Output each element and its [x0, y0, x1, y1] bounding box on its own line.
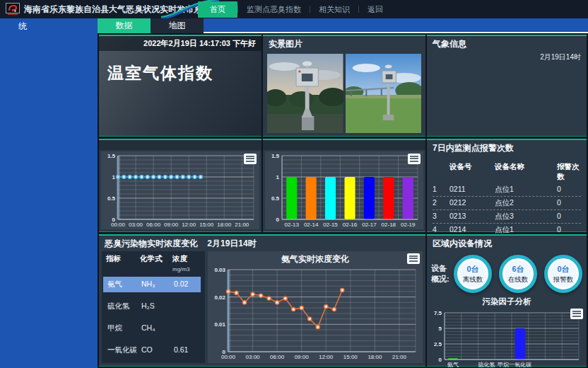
svg-text:02-17: 02-17 — [362, 222, 377, 228]
panel-title: 恶臭污染物实时浓度变化 — [105, 238, 198, 248]
left-sidebar — [0, 33, 98, 368]
chart-header — [99, 140, 261, 150]
svg-text:1: 1 — [112, 174, 116, 180]
svg-text:15:00: 15:00 — [343, 354, 358, 360]
svg-text:21:00: 21:00 — [392, 354, 407, 360]
nh3-chart-title: 氨气实时浓度变化 — [208, 251, 423, 265]
panel-weather-info: 气象信息 2月19日14时 — [427, 35, 587, 137]
dashboard: 海南省乐东黎族自治县大气恶臭状况实时发布系 首页 监测点恶臭指数 相关知识 返回… — [0, 0, 588, 368]
svg-text:02-19: 02-19 — [401, 222, 416, 228]
top-bar: 海南省乐东黎族自治县大气恶臭状况实时发布系 首页 监测点恶臭指数 相关知识 返回 — [0, 0, 588, 18]
svg-text:02-13: 02-13 — [284, 222, 299, 228]
svg-text:0.5: 0.5 — [107, 195, 116, 202]
panel-device-status: 区域内设备情况 设备概况: 0台 离线数 6台 在线数 0台 报警数 — [427, 234, 587, 367]
svg-text:1: 1 — [276, 174, 280, 180]
panel-site-photos: 实景图片 — [263, 35, 425, 137]
concentration-unit: mg/m3 — [172, 266, 189, 272]
nav-item-home[interactable]: 首页 — [198, 1, 237, 18]
panel-title: 区域内设备情况 — [427, 236, 587, 252]
list-item[interactable]: 一氧化碳CO0.61 — [106, 343, 201, 358]
photo-row — [263, 52, 425, 134]
factor-bar-chart: 02.557.5氨气硫化氢甲烷一氧化碳 — [429, 309, 584, 368]
panel-alarm-table: 7日内监测点报警次数 设备号 设备名称 报警次数 10211点位1020212点… — [427, 139, 587, 232]
svg-text:0.01: 0.01 — [214, 321, 225, 328]
datetime-text: 2022年2月19日 14:17:03 下午好 — [99, 36, 261, 51]
odor-table: 指标 化学式 浓度 mg/m3 氨气NH₃0.02硫化氢H₂S甲烷CH₄一氧化碳… — [102, 251, 205, 363]
col-indicator: 指标 — [106, 254, 140, 272]
svg-text:5: 5 — [439, 326, 442, 332]
weather-time: 2月19日14时 — [540, 52, 581, 62]
svg-text:02-15: 02-15 — [323, 222, 338, 228]
panel-greenhouse-index: 2022年2月19日 14:17:03 下午好 温室气体指数 — [99, 35, 261, 137]
col-formula: 化学式 — [140, 254, 172, 272]
odor-body: 指标 化学式 浓度 mg/m3 氨气NH₃0.02硫化氢H₂S甲烷CH₄一氧化碳… — [99, 250, 425, 366]
svg-text:09:00: 09:00 — [295, 354, 310, 360]
panel-odor-concentration: 恶臭污染物实时浓度变化 2月19日14时 指标 化学式 浓度 mg/m3 氨气N… — [99, 234, 425, 367]
chart-header — [263, 140, 425, 150]
col-concentration: 浓度 — [172, 254, 187, 263]
svg-text:15:00: 15:00 — [199, 222, 214, 228]
chart-menu-icon[interactable] — [407, 253, 420, 264]
col-alarm-count: 报警次数 — [557, 162, 581, 182]
device-stat-rings: 0台 离线数 6台 在线数 0台 报警数 — [454, 255, 582, 293]
svg-text:0: 0 — [439, 357, 442, 363]
factor-analysis-title: 污染因子分析 — [427, 297, 587, 307]
tab-data[interactable]: 数据 — [98, 18, 151, 33]
panel-title: 实景图片 — [263, 36, 425, 52]
svg-text:06:00: 06:00 — [270, 354, 285, 360]
stat-alarm-count: 0台 报警数 — [544, 255, 582, 293]
svg-text:12:00: 12:00 — [182, 222, 196, 228]
device-overview: 设备概况: 0台 离线数 6台 在线数 0台 报警数 — [427, 252, 587, 294]
svg-text:02-18: 02-18 — [382, 222, 396, 228]
svg-text:02-16: 02-16 — [343, 222, 358, 228]
tab-strip: 统 数据 地图 — [0, 18, 588, 33]
app-logo-icon — [6, 3, 20, 16]
chart-menu-icon[interactable] — [570, 309, 583, 319]
odor-time: 2月19日14时 — [207, 238, 256, 248]
index-line-chart: 00.511.500:0003:0006:0009:0012:0015:0018… — [101, 151, 259, 229]
svg-text:硫化氢: 硫化氢 — [478, 362, 495, 368]
odor-table-header: 指标 化学式 浓度 mg/m3 — [106, 254, 201, 272]
svg-text:0.03: 0.03 — [214, 267, 225, 273]
chart-menu-icon[interactable] — [244, 154, 257, 164]
sidebar-top-label: 统 — [0, 18, 98, 33]
col-device-id: 设备号 — [449, 162, 495, 182]
panel-title: 7日内监测点报警次数 — [427, 140, 587, 156]
svg-text:0.5: 0.5 — [271, 195, 280, 202]
tab-strip-filler — [204, 18, 588, 33]
svg-text:1.5: 1.5 — [107, 153, 116, 159]
svg-text:12:00: 12:00 — [319, 354, 334, 360]
table-row[interactable]: 10211点位10 — [433, 183, 581, 197]
svg-text:03:00: 03:00 — [129, 222, 143, 228]
chart-menu-icon[interactable] — [408, 154, 421, 164]
nav-item-back[interactable]: 返回 — [359, 2, 392, 17]
nav-item-odor-index[interactable]: 监测点恶臭指数 — [238, 2, 310, 17]
daily-bar-chart: 00.511.502-1302-1402-1502-1602-1702-1802… — [265, 151, 423, 229]
svg-text:18:00: 18:00 — [368, 354, 382, 360]
list-item[interactable]: 甲烷CH₄ — [106, 321, 201, 336]
list-item[interactable]: 氨气NH₃0.02 — [103, 277, 201, 292]
device-overview-label: 设备概况: — [431, 263, 454, 284]
svg-text:一氧化碳: 一氧化碳 — [509, 362, 531, 368]
nav-item-knowledge[interactable]: 相关知识 — [310, 2, 358, 17]
nh3-chart-panel: 氨气实时浓度变化 00.010.020.0300:0003:0006:0009:… — [208, 251, 423, 363]
svg-text:甲烷: 甲烷 — [498, 362, 509, 368]
alarm-table-header: 设备号 设备名称 报警次数 — [433, 161, 581, 183]
page-title: 温室气体指数 — [99, 51, 261, 96]
main-nav: 首页 监测点恶臭指数 相关知识 返回 — [198, 0, 392, 18]
svg-text:02-14: 02-14 — [304, 222, 319, 228]
stat-offline-count: 0台 离线数 — [454, 255, 492, 293]
svg-text:09:00: 09:00 — [164, 222, 179, 228]
panel-title: 气象信息 — [427, 36, 587, 52]
svg-text:0.02: 0.02 — [214, 294, 225, 301]
svg-text:氨气: 氨气 — [447, 362, 459, 368]
svg-text:18:00: 18:00 — [217, 222, 232, 228]
table-row[interactable]: 30213点位30 — [433, 210, 581, 224]
stat-online-count: 6台 在线数 — [499, 255, 537, 293]
list-item[interactable]: 硫化氢H₂S — [106, 299, 201, 314]
table-row[interactable]: 20212点位20 — [433, 197, 581, 210]
svg-text:2.5: 2.5 — [434, 341, 442, 347]
col-device-name: 设备名称 — [495, 162, 557, 182]
svg-text:0: 0 — [276, 217, 280, 223]
tab-map[interactable]: 地图 — [151, 18, 204, 33]
